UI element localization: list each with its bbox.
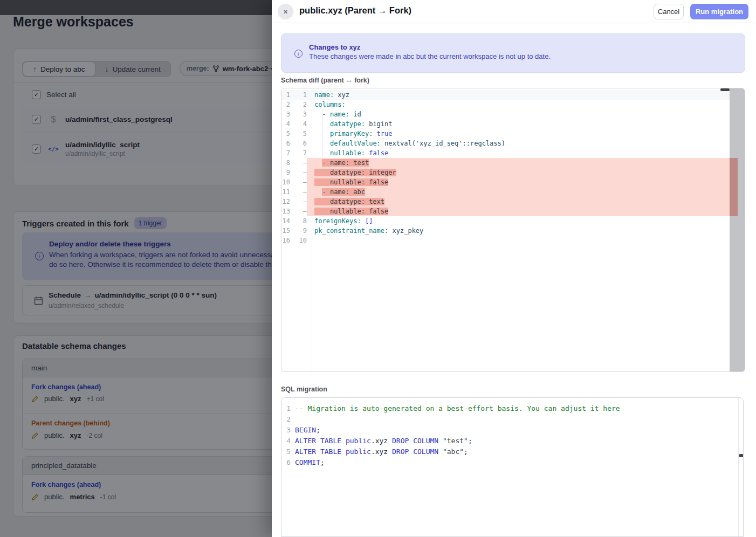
- sql-scrollbar-thumb[interactable]: [739, 454, 744, 457]
- code-line: 33 - name: id: [281, 109, 745, 119]
- cancel-button[interactable]: Cancel: [654, 4, 684, 19]
- drawer-title: public.xyz (Parent → Fork): [299, 5, 411, 16]
- code-line: 159pk_constraint_name: xyz_pkey: [281, 226, 745, 236]
- migration-drawer: × public.xyz (Parent → Fork) Cancel Run …: [272, 0, 756, 537]
- run-migration-button[interactable]: Run migration: [690, 4, 748, 19]
- code-line: 12— datatype: text: [281, 197, 745, 206]
- code-line: 13— nullable: false: [281, 206, 745, 216]
- code-line: 55 primaryKey: true: [281, 129, 745, 139]
- code-line: 148foreignKeys: []: [281, 216, 745, 226]
- code-line: 4ALTER TABLE public.xyz DROP COLUMN "tes…: [281, 436, 743, 446]
- code-line: 9— datatype: integer: [281, 168, 745, 177]
- code-line: 2: [281, 414, 743, 425]
- sql-scrollbar-track: [738, 398, 739, 536]
- code-line: 5ALTER TABLE public.xyz DROP COLUMN "abc…: [281, 446, 743, 457]
- code-line: 44 datatype: bigint: [281, 119, 745, 129]
- sql-migration-editor[interactable]: 1-- Migration is auto-generated on a bes…: [281, 397, 744, 537]
- code-line: 10— nullable: false: [281, 177, 745, 187]
- code-line: 1610: [281, 236, 745, 245]
- code-line: 8— - name: test: [281, 158, 745, 168]
- schema-diff-label: Schema diff (parent ↔ fork): [281, 77, 369, 84]
- code-line: 6COMMIT;: [281, 457, 743, 468]
- info-icon: i: [294, 50, 303, 58]
- sql-migration-lines: 1-- Migration is auto-generated on a bes…: [281, 403, 743, 468]
- code-line: 22columns:: [281, 100, 745, 109]
- drawer-header: × public.xyz (Parent → Fork) Cancel Run …: [272, 0, 756, 23]
- code-line: 77 nullable: false: [281, 148, 745, 158]
- close-button[interactable]: ×: [278, 4, 293, 19]
- code-line: 66 defaultValue: nextval('xyz_id_seq'::r…: [281, 139, 745, 148]
- code-line: 3BEGIN;: [281, 425, 743, 436]
- diff-scrollbar-track[interactable]: [730, 88, 745, 371]
- sql-migration-label: SQL migration: [281, 385, 327, 393]
- screen: Merge workspaces ↑ Deploy to abc ↓ Updat…: [0, 0, 756, 537]
- code-line: 11name: xyz: [281, 90, 745, 100]
- changes-info-banner: i Changes to xyz These changes were made…: [281, 33, 745, 73]
- code-line: 11— - name: abc: [281, 187, 745, 197]
- banner-body: These changes were made in abc but the c…: [309, 52, 551, 60]
- banner-title: Changes to xyz: [309, 43, 360, 51]
- diff-scrollbar-thumb[interactable]: [720, 88, 730, 91]
- schema-diff-editor[interactable]: 11name: xyz22columns:33 - name: id44 dat…: [281, 88, 745, 372]
- code-line: 1-- Migration is auto-generated on a bes…: [281, 403, 743, 414]
- diff-deleted-marker: [730, 158, 738, 216]
- schema-diff-lines: 11name: xyz22columns:33 - name: id44 dat…: [281, 90, 745, 245]
